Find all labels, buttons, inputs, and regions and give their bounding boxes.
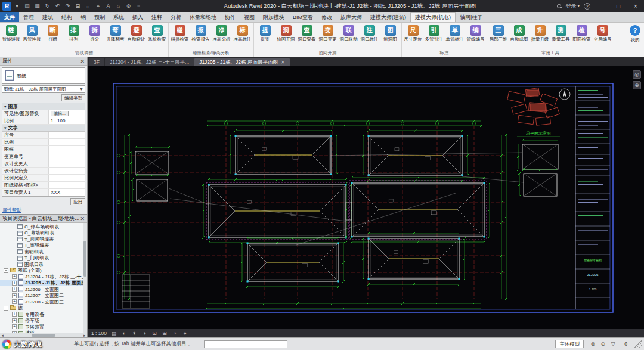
ribbon-tab-14[interactable]: BIM查看 <box>289 12 317 22</box>
property-value[interactable] <box>49 146 85 153</box>
sync-with-central-icon[interactable]: ↻ <box>44 3 51 9</box>
expander-icon[interactable]: + <box>12 299 17 304</box>
ribbon-tab-12[interactable]: 视图 <box>240 12 259 22</box>
edit-type-button[interactable]: 编辑类型 <box>61 94 85 101</box>
ribbon-tool[interactable]: 检图面检查 <box>571 23 592 42</box>
default-3d-view-icon[interactable]: ⌂ <box>114 3 122 9</box>
ribbon-tool[interactable]: 报检查报告 <box>190 23 211 42</box>
reveal-hidden-elements-icon[interactable]: ◕ <box>181 330 188 336</box>
text-icon[interactable]: A <box>104 3 112 9</box>
ribbon-tab-10[interactable]: 体量和场地 <box>185 12 221 22</box>
ribbon-tool[interactable]: 引多管引注 <box>423 23 444 42</box>
tree-item[interactable]: +卫浴装置 <box>0 324 87 330</box>
ribbon-tab-18[interactable]: 建模大师(机电) <box>410 12 456 22</box>
ribbon-tab-6[interactable]: 系统 <box>109 12 128 22</box>
expander-icon[interactable]: − <box>4 306 8 311</box>
visual-style-icon[interactable]: ◐ <box>120 330 128 336</box>
expander-icon[interactable]: + <box>12 287 17 292</box>
shadows-icon[interactable]: ◑ <box>141 330 148 336</box>
ribbon-tool[interactable]: 联洞口联动 <box>338 23 359 42</box>
measure-icon[interactable]: ↔ <box>84 3 92 9</box>
ribbon-tool[interactable]: 标净高标注 <box>232 23 253 42</box>
zoom-icon[interactable]: ⊕ <box>633 81 641 89</box>
ribbon-tool[interactable]: 风风管连接 <box>21 23 42 42</box>
tree-item[interactable]: C_停车场明细表 <box>0 224 87 230</box>
tree-item[interactable]: +J1J205 - J1栋、J2栋 屋面层平面图 <box>0 280 87 287</box>
tree-item[interactable]: T_房间明细表 <box>0 236 87 243</box>
ribbon-tab-11[interactable]: 协作 <box>221 12 240 22</box>
navigation-wheel-icon[interactable]: ◎ <box>633 70 641 79</box>
view-scale[interactable]: 1 : 100 <box>91 330 107 336</box>
ribbon-tool[interactable]: 三局部三维 <box>488 23 509 42</box>
ribbon-tool[interactable]: 拆拆分 <box>84 23 105 42</box>
sun-path-icon[interactable]: ☀ <box>131 330 138 336</box>
ribbon-tool[interactable]: 测测量工具 <box>550 23 571 42</box>
tree-item[interactable]: +J1J204 - J1栋、J2栋 三-十三层平面 <box>0 274 87 280</box>
ribbon-tab-19[interactable]: 轴网|柱子 <box>456 12 487 22</box>
tree-item[interactable]: 图纸目录 <box>0 261 87 268</box>
ribbon-help-group[interactable]: ? 我的 <box>626 23 644 57</box>
tree-item[interactable]: +J1J206 - 立面图一 <box>0 286 87 293</box>
ribbon-tab-5[interactable]: 预制 <box>90 12 109 22</box>
resize-grip[interactable] <box>634 340 642 348</box>
select-pinned-icon[interactable]: ⊙ <box>599 341 607 347</box>
tree-item[interactable]: +专用设备 <box>0 311 87 318</box>
vertical-scrollbar[interactable] <box>83 223 87 333</box>
ribbon-tool[interactable]: 查洞口查看 <box>296 23 317 42</box>
crop-region-visible-icon[interactable]: ⊞ <box>161 330 168 336</box>
select-links-icon[interactable]: ⊗ <box>589 341 597 347</box>
close-icon[interactable]: ✕ <box>80 216 85 222</box>
property-value[interactable] <box>49 139 85 145</box>
tree-item[interactable]: T_门明细表 <box>0 255 87 262</box>
ribbon-tab-9[interactable]: 分析 <box>166 12 185 22</box>
ribbon-tab-1[interactable]: 管理 <box>19 12 38 22</box>
ribbon-tool[interactable]: 净净高分析 <box>211 23 232 42</box>
tree-item[interactable]: 窗明细表 <box>0 249 87 255</box>
apply-button[interactable]: 应用 <box>70 198 85 205</box>
ribbon-tab-0[interactable]: 文件 <box>0 12 19 22</box>
section-icon[interactable]: ⊘ <box>125 3 132 9</box>
expander-icon[interactable]: + <box>12 312 17 317</box>
expander-icon[interactable]: + <box>12 331 17 333</box>
print-icon[interactable]: ⊟ <box>74 3 82 9</box>
properties-help-link[interactable]: 属性帮助 <box>0 206 87 214</box>
instance-selector[interactable]: 图纸: J1栋、J2栋 屋面层平面图 ▼ <box>2 85 85 93</box>
ribbon-tool[interactable]: 变洞口变更 <box>317 23 338 42</box>
edit-button[interactable]: 编辑... <box>51 111 69 116</box>
open-icon[interactable]: ▤ <box>23 3 31 9</box>
temporary-hide-isolate-icon[interactable]: ◔ <box>171 330 178 336</box>
property-group-header[interactable]: ▾文字 <box>2 125 85 132</box>
undo-icon[interactable]: ↶ <box>54 3 61 9</box>
ribbon-tool[interactable]: 查系统检查 <box>147 23 168 42</box>
tree-item[interactable]: +坡道 <box>0 330 87 333</box>
ribbon-tool[interactable]: 单单管标注 <box>444 23 465 42</box>
design-option-box[interactable]: 主体模型 <box>555 340 584 348</box>
property-value[interactable] <box>49 168 85 174</box>
expander-icon[interactable]: + <box>12 293 17 298</box>
ribbon-tool[interactable]: 排排列 <box>63 23 84 42</box>
app-menu-icon[interactable]: ▾ <box>13 3 21 9</box>
ribbon-tab-2[interactable]: 建筑 <box>38 12 57 22</box>
tag-icon[interactable]: ⌖ <box>94 3 102 10</box>
expander-icon[interactable]: + <box>12 274 17 279</box>
tree-item[interactable]: +J1J207 - 立面图二 <box>0 293 87 299</box>
tree-item[interactable]: +J1J208 - 立面图三 <box>0 299 87 305</box>
tree-item[interactable]: +停车场 <box>0 318 87 324</box>
ribbon-tool[interactable]: 碰碰撞检查 <box>169 23 190 42</box>
ribbon-tool[interactable]: 弯升降翻弯 <box>105 23 126 42</box>
thin-lines-icon[interactable]: ≡ <box>135 3 143 9</box>
ribbon-tool[interactable]: 链智能链接 <box>1 23 21 42</box>
ribbon-tab-7[interactable]: 插入 <box>128 12 147 22</box>
help-icon[interactable]: ? <box>584 3 590 10</box>
property-value[interactable] <box>49 175 85 181</box>
view-tab-0[interactable]: 3F <box>89 58 104 66</box>
tree-item[interactable]: C_幕墙明细表 <box>0 230 87 237</box>
property-group-header[interactable]: ▾图形 <box>2 103 85 110</box>
ribbon-tab-8[interactable]: 注释 <box>147 12 166 22</box>
horizontal-scrollbar[interactable]: ◄► <box>0 333 87 337</box>
property-value[interactable] <box>49 182 85 188</box>
ribbon-tool[interactable]: 号全局编号 <box>592 23 613 42</box>
tree-item[interactable]: T_窗明细表 <box>0 243 87 249</box>
ribbon-tool[interactable]: 尺尺寸定位 <box>402 23 423 42</box>
crop-view-icon[interactable]: ⊡ <box>151 330 158 336</box>
